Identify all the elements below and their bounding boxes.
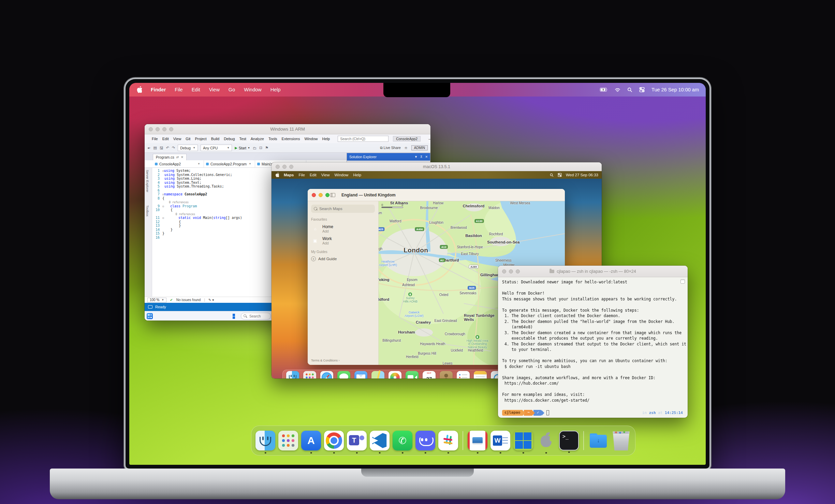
tab-program-cs[interactable]: Program.cs⇄✕ (153, 154, 187, 160)
vs-menu-item[interactable]: Edit (162, 137, 169, 141)
navigate-back-icon[interactable]: ◂◦ (147, 146, 150, 150)
app-menu[interactable]: Maps (284, 173, 294, 177)
redo-icon[interactable]: ↷ (172, 146, 175, 150)
start-debug-button[interactable]: ▶Start▼ (235, 146, 250, 150)
launchpad-icon[interactable] (278, 431, 298, 450)
find-icon[interactable]: 🗀 (253, 146, 257, 150)
divider-icon[interactable] (463, 431, 463, 450)
win11-icon[interactable] (513, 431, 533, 450)
new-file-icon[interactable]: ▤ (153, 146, 157, 150)
parallels-icon[interactable] (468, 431, 487, 450)
undo-icon[interactable]: ↶ (166, 146, 169, 150)
breadcrumb-class[interactable]: ConsoleApp2.Program▼ (204, 160, 255, 167)
maps-icon[interactable] (371, 371, 384, 379)
menu-item[interactable]: View (209, 87, 220, 92)
vs-menu-item[interactable]: Analyze (251, 137, 264, 141)
tab-toolbox[interactable]: Toolbox (146, 205, 149, 217)
platform-dropdown[interactable]: Any CPU▼ (201, 145, 232, 151)
config-dropdown[interactable]: Debug▼ (178, 145, 198, 151)
finder-icon[interactable] (286, 371, 299, 379)
close-icon[interactable]: ✕ (425, 155, 428, 159)
maps-titlebar[interactable]: England — United Kingdom (308, 189, 565, 201)
widgets-icon[interactable] (147, 313, 153, 319)
chrome-icon[interactable] (324, 431, 344, 450)
divider2-icon[interactable] (583, 431, 584, 450)
inner-clock[interactable]: Wed 27 Sep 06:33 (566, 173, 598, 177)
appstore-icon[interactable]: A (301, 431, 321, 450)
menu-item[interactable]: Go (229, 87, 235, 92)
vs-menu-item[interactable]: View (173, 137, 181, 141)
menu-item[interactable]: File (298, 173, 305, 177)
notes-icon[interactable] (474, 371, 487, 379)
live-share-button[interactable]: ⧉ Live Share (380, 146, 401, 150)
vs-menu-item[interactable]: Window (304, 137, 318, 141)
breadcrumb-project[interactable]: ConsoleApp2▼ (153, 160, 204, 167)
control-center-icon[interactable] (558, 173, 562, 177)
discord-icon[interactable] (415, 431, 435, 450)
safari-icon[interactable] (320, 371, 333, 379)
pin-icon[interactable]: ⊼ (420, 155, 423, 159)
feedback-bell-icon[interactable]: ⍾ (405, 146, 407, 150)
menu-item[interactable]: Window (244, 87, 262, 92)
vscode-icon[interactable] (370, 431, 390, 450)
terminal-icon[interactable]: >_ (559, 431, 579, 450)
apple-menu-icon[interactable] (136, 86, 142, 93)
menu-item[interactable]: File (175, 87, 182, 92)
reminders-icon[interactable] (457, 371, 470, 379)
collapse-icon[interactable]: ▼ (414, 155, 418, 159)
battery-icon[interactable] (600, 87, 608, 92)
wifi-icon[interactable] (615, 88, 620, 92)
macos-vm-titlebar[interactable]: macOS 13.5.1 (272, 162, 602, 171)
vs-menu-item[interactable]: File (152, 137, 158, 141)
photos-icon[interactable] (389, 371, 401, 379)
terminal-titlebar[interactable]: cjlapao — zsh in cjlapao — -zsh — 80×24 (498, 266, 688, 277)
trash-icon[interactable] (611, 431, 631, 450)
work-icon[interactable]: ▣ WorkAdd (311, 236, 375, 245)
menu-item[interactable]: Finder (151, 87, 166, 92)
terms-link[interactable]: Terms & Conditions › (311, 359, 340, 362)
menu-item[interactable]: Window (334, 173, 348, 177)
mail-icon[interactable] (354, 371, 367, 379)
vs-menu-item[interactable]: Tools (268, 137, 277, 141)
calendar-icon[interactable]: SEP27 (423, 371, 436, 379)
menu-item[interactable]: Edit (310, 173, 317, 177)
save-icon[interactable]: 🖫 (160, 146, 163, 150)
maps-search-input[interactable] (311, 205, 375, 213)
menu-bar-clock[interactable]: Tue 26 Sep 10:00 am (651, 87, 699, 92)
zoom-dropdown[interactable]: 100 %▼ (147, 298, 166, 302)
terminal-prompt[interactable]: cjlapao ~ ✓ in zsh at 14:25:14 (502, 410, 684, 416)
slack-icon[interactable] (438, 431, 458, 450)
teams-icon[interactable]: T (347, 431, 367, 450)
finder-icon[interactable] (255, 431, 275, 450)
vs-menu-item[interactable]: Debug (224, 137, 235, 141)
word-icon[interactable]: W (490, 431, 510, 450)
launchpad-icon[interactable] (303, 371, 316, 379)
downloads-icon[interactable]: ↓ (588, 431, 608, 450)
whatsapp-icon[interactable]: ✆ (393, 431, 412, 450)
vs-search-input[interactable] (338, 136, 389, 142)
spotlight-icon[interactable] (627, 87, 632, 92)
control-center-icon[interactable] (639, 87, 645, 92)
facetime-icon[interactable] (406, 371, 419, 379)
minimize-button[interactable]: – (428, 137, 430, 141)
menu-item[interactable]: Help (353, 173, 361, 177)
terminal-body[interactable]: Status: Downloaded newer image for hello… (498, 277, 688, 418)
pen-icon[interactable]: ✎ ▾ (208, 298, 214, 302)
window-controls[interactable] (308, 193, 329, 197)
vs-menu-item[interactable]: Help (322, 137, 330, 141)
bookmark-icon[interactable]: ⚑ (265, 146, 268, 150)
search-icon[interactable] (550, 173, 554, 177)
menu-item[interactable]: View (321, 173, 330, 177)
vs-menu-item[interactable]: Git (186, 137, 190, 141)
vs-menu-item[interactable]: Extensions (282, 137, 300, 141)
home-icon[interactable]: ⌂ HomeAdd (311, 224, 375, 233)
vs-menu-item[interactable]: Project (195, 137, 206, 141)
vs-menu-item[interactable]: Test (239, 137, 246, 141)
contacts-icon[interactable] (440, 371, 453, 379)
menu-item[interactable]: Help (270, 87, 281, 92)
messages-icon[interactable] (337, 371, 350, 379)
windows-start-icon[interactable] (233, 314, 238, 319)
vs-menu-item[interactable]: Build (211, 137, 219, 141)
apple-menu-icon[interactable] (275, 173, 279, 177)
windows11-vm-titlebar[interactable]: Windows 11 ARM (145, 124, 430, 134)
